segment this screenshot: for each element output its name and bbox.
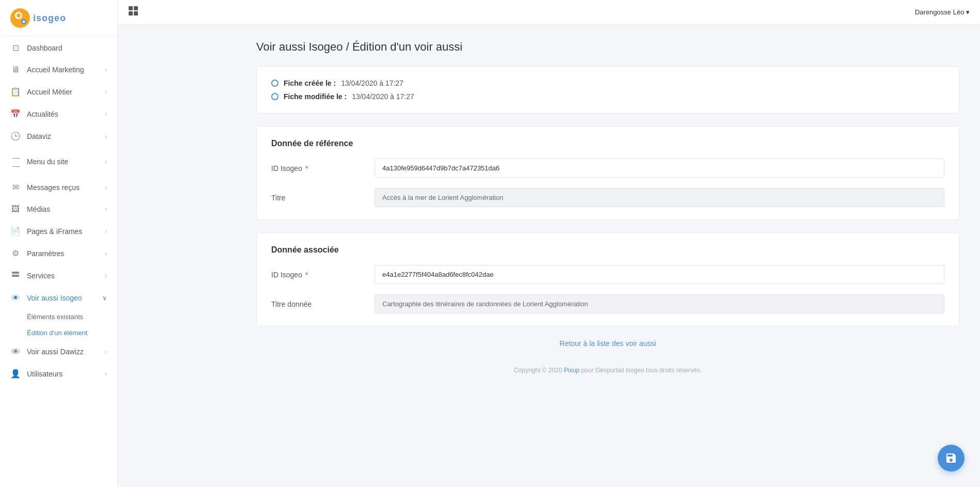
sidebar-nav: ⊡ Dashboard 🖥 Accueil Marketing › 📋 Accu…	[0, 37, 117, 385]
save-button[interactable]	[938, 445, 965, 472]
sidebar-item-accueil-metier[interactable]: 📋 Accueil Métier ›	[0, 81, 117, 103]
page-title: Voir aussi Isogeo / Édition d'un voir au…	[256, 40, 959, 54]
gear-icon: ⚙	[10, 248, 21, 258]
sidebar-item-dataviz[interactable]: 🕒 Dataviz ›	[0, 125, 117, 147]
info-card: Fiche créée le : 13/04/2020 à 17:27 Fich…	[256, 66, 959, 114]
eye-icon	[10, 293, 21, 303]
svg-point-10	[14, 350, 17, 353]
dashboard-icon: ⊡	[10, 43, 21, 53]
modified-date: 13/04/2020 à 17:27	[352, 92, 414, 101]
chevron-right-icon: ›	[105, 111, 107, 118]
sidebar-item-utilisateurs[interactable]: 👤 Utilisateurs ›	[0, 363, 117, 385]
logo: isogeo	[0, 0, 117, 37]
reference-id-label: ID Isogeo *	[271, 164, 375, 172]
user-icon: 👤	[10, 369, 21, 379]
sidebar-item-dashboard[interactable]: ⊡ Dashboard	[0, 37, 117, 59]
sidebar-item-menu-du-site[interactable]: — — Menu du site ›	[0, 147, 117, 176]
dot-icon	[271, 93, 278, 100]
sidebar-item-label: Dataviz	[27, 132, 51, 140]
sidebar-item-label: Actualités	[27, 110, 58, 118]
chevron-right-icon: ›	[105, 272, 107, 279]
associated-section: Donnée associée ID Isogeo * Titre donnée	[256, 232, 959, 326]
logo-text: isogeo	[33, 13, 66, 24]
sidebar-item-label: Menu du site	[27, 158, 68, 166]
sidebar-item-label: Dashboard	[27, 44, 63, 52]
subnav-elements-existants[interactable]: Éléments existants	[27, 309, 117, 325]
monitor-icon: 🖥	[10, 65, 21, 74]
dot-icon	[271, 80, 278, 87]
chevron-down-icon: ∨	[102, 294, 107, 302]
chevron-right-icon: ›	[105, 184, 107, 191]
save-icon	[945, 452, 957, 464]
mail-icon: ✉	[10, 182, 21, 192]
sidebar-item-label: Médias	[27, 205, 50, 213]
associated-id-input[interactable]	[375, 265, 944, 284]
sidebar-item-accueil-marketing[interactable]: 🖥 Accueil Marketing ›	[0, 59, 117, 81]
user-name[interactable]: Darengosse Léo ▾	[915, 8, 970, 16]
footer: Copyright © 2020 Pixup pour Géoportail I…	[256, 358, 959, 382]
calendar-icon: 📅	[10, 109, 21, 119]
eye-icon	[10, 347, 21, 356]
reference-id-input[interactable]	[375, 159, 944, 178]
reference-titre-group: Titre	[271, 188, 944, 207]
modified-row: Fiche modifiée le : 13/04/2020 à 17:27	[271, 92, 944, 101]
reference-title: Donnée de référence	[271, 139, 944, 148]
svg-rect-5	[12, 272, 19, 274]
sidebar-item-actualites[interactable]: 📅 Actualités ›	[0, 103, 117, 125]
voir-aussi-isogeo-subnav: Éléments existants Édition d'un élément	[0, 309, 117, 341]
associated-id-group: ID Isogeo *	[271, 265, 944, 284]
chevron-right-icon: ›	[105, 228, 107, 235]
subnav-edition-element[interactable]: Édition d'un élément	[27, 325, 117, 341]
logo-icon	[10, 8, 30, 28]
back-link[interactable]: Retour à la liste des voir aussi	[559, 339, 656, 348]
server-icon	[10, 271, 21, 281]
sidebar-item-medias[interactable]: 🖼 Médias ›	[0, 198, 117, 220]
sidebar-item-parametres[interactable]: ⚙ Paramètres ›	[0, 242, 117, 264]
sidebar-item-label: Messages reçus	[27, 183, 80, 192]
required-star: *	[303, 271, 308, 279]
sidebar-item-voir-aussi-isogeo[interactable]: Voir aussi Isogeo ∨	[0, 287, 117, 309]
footer-pixup-link[interactable]: Pixup	[564, 367, 580, 374]
modified-label: Fiche modifiée le :	[284, 92, 347, 101]
svg-rect-14	[134, 11, 138, 15]
chevron-right-icon: ›	[105, 250, 107, 257]
chevron-right-icon: ›	[105, 158, 107, 165]
reference-titre-label: Titre	[271, 194, 375, 202]
sidebar-item-label: Pages & iFrames	[27, 227, 82, 235]
chevron-right-icon: ›	[105, 66, 107, 73]
sidebar-item-label: Services	[27, 272, 55, 280]
sidebar-item-label: Accueil Marketing	[27, 66, 84, 74]
created-date: 13/04/2020 à 17:27	[341, 79, 403, 87]
chevron-right-icon: ›	[105, 348, 107, 355]
svg-rect-6	[12, 275, 19, 277]
svg-rect-12	[134, 6, 138, 10]
page-icon: 📄	[10, 226, 21, 236]
required-star: *	[303, 164, 308, 172]
reference-id-group: ID Isogeo *	[271, 159, 944, 178]
associated-titre-group: Titre donnée	[271, 294, 944, 313]
reference-titre-input[interactable]	[375, 188, 944, 207]
chevron-right-icon: ›	[105, 88, 107, 96]
svg-point-2	[17, 13, 21, 18]
svg-rect-13	[129, 11, 133, 15]
sidebar-item-messages-recus[interactable]: ✉ Messages reçus ›	[0, 176, 117, 198]
created-label: Fiche créée le :	[284, 79, 336, 87]
svg-point-8	[14, 296, 17, 299]
reference-section: Donnée de référence ID Isogeo * Titre	[256, 126, 959, 220]
svg-rect-11	[129, 6, 133, 10]
associated-titre-input[interactable]	[375, 294, 944, 313]
chevron-right-icon: ›	[105, 133, 107, 140]
sidebar-item-services[interactable]: Services ›	[0, 264, 117, 287]
footer-text: Copyright © 2020 Pixup pour Géoportail I…	[514, 367, 702, 374]
sidebar-item-pages-iframes[interactable]: 📄 Pages & iFrames ›	[0, 220, 117, 242]
grid-icon[interactable]	[128, 6, 138, 19]
sidebar-item-label: Paramètres	[27, 249, 64, 258]
sidebar-item-label: Accueil Métier	[27, 88, 72, 96]
main-content: Voir aussi Isogeo / Édition d'un voir au…	[236, 25, 980, 487]
sidebar-item-voir-aussi-dawizz[interactable]: Voir aussi Dawizz ›	[0, 341, 117, 363]
sidebar-item-label: Voir aussi Dawizz	[27, 348, 84, 356]
topbar: Darengosse Léo ▾	[118, 0, 980, 25]
image-icon: 🖼	[10, 205, 21, 214]
sidebar-item-label: Utilisateurs	[27, 370, 63, 378]
created-row: Fiche créée le : 13/04/2020 à 17:27	[271, 79, 944, 87]
